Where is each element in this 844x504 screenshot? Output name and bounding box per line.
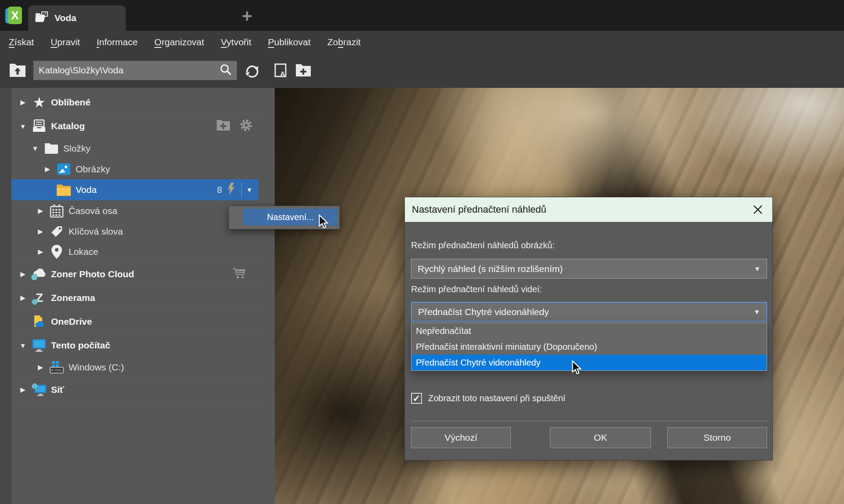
menu-organizovat[interactable]: Organizovat xyxy=(154,37,204,47)
chevron-right-icon[interactable]: ▶ xyxy=(17,294,29,302)
sidebar-item-sit[interactable]: ▶ Síť xyxy=(11,378,258,402)
dialog-title: Nastavení přednačtení náhledů xyxy=(412,204,750,215)
refresh-button[interactable] xyxy=(242,60,263,81)
sort-az-icon: A xyxy=(273,62,289,78)
image-preload-mode-label: Režim přednačtení náhledů obrázků: xyxy=(411,240,555,250)
option-interaktivni-miniatury[interactable]: Přednačíst interaktivní miniatury (Dopor… xyxy=(411,339,767,355)
image-preload-mode-select[interactable]: Rychlý náhled (s nižším rozlišením) ▼ xyxy=(411,259,767,279)
sidebar-edge-strip xyxy=(0,88,11,504)
sidebar-item-slozky[interactable]: ▼ Složky xyxy=(11,138,258,159)
tab-voda[interactable]: Voda xyxy=(28,5,126,31)
folder-up-icon xyxy=(9,63,26,78)
menu-vytvorit[interactable]: Vytvořit xyxy=(221,37,251,47)
chevron-right-icon[interactable]: ▶ xyxy=(34,207,47,215)
menu-zobrazit[interactable]: Zobrazit xyxy=(327,37,361,47)
sidebar-item-onedrive[interactable]: OneDrive xyxy=(11,310,258,334)
svg-text:A: A xyxy=(280,70,285,77)
folder-up-button[interactable] xyxy=(7,60,28,81)
chevron-right-icon[interactable]: ▶ xyxy=(34,363,47,371)
video-preload-mode-label: Režim přednačtení náhledů videí: xyxy=(411,284,542,294)
sidebar-item-obrazky[interactable]: ▶ Obrázky xyxy=(11,159,258,179)
add-folder-icon[interactable] xyxy=(216,120,230,133)
folder-tree: ▶ ★ Oblíbené ▼ Katalog ▼ Složky ▶ xyxy=(11,91,258,402)
chevron-right-icon[interactable]: ▶ xyxy=(34,228,47,236)
gear-icon[interactable] xyxy=(239,118,253,134)
cart-icon[interactable] xyxy=(232,267,247,282)
folder-image-icon xyxy=(35,11,49,25)
sidebar-item-voda[interactable]: Voda 8 ▼ xyxy=(11,179,258,200)
menu-publikovat[interactable]: Publikovat xyxy=(268,37,311,47)
path-input[interactable]: Katalog\Složky\Voda xyxy=(33,61,237,80)
title-bar: X Voda + xyxy=(0,0,844,31)
new-folder-button[interactable] xyxy=(293,60,314,81)
folder-yellow-icon xyxy=(54,184,74,196)
menu-informace[interactable]: Informace xyxy=(97,37,138,47)
zoner-photo-studio-window: { "window": { "tab_title": "Voda", "new_… xyxy=(0,0,844,504)
sort-button[interactable]: A xyxy=(271,60,292,81)
sidebar-item-zoner-photo-cloud[interactable]: ▶ Zoner Photo Cloud xyxy=(11,262,258,286)
network-icon xyxy=(29,383,49,397)
chevron-right-icon[interactable]: ▶ xyxy=(17,270,29,278)
app-logo-icon: X xyxy=(5,7,24,25)
path-value: Katalog\Složky\Voda xyxy=(39,65,219,76)
show-on-startup-row: ✓ Zobrazit toto nastavení při spuštění xyxy=(411,393,565,404)
sidebar-item-lokace[interactable]: ▶ Lokace xyxy=(11,242,258,262)
video-preload-mode-select[interactable]: Přednačíst Chytré videonáhledy ▼ xyxy=(411,302,767,322)
sidebar-item-zonerama[interactable]: ▶ Z Zonerama xyxy=(11,286,258,310)
folder-icon xyxy=(41,143,62,154)
video-preload-options-list: Nepřednačítat Přednačíst interaktivní mi… xyxy=(411,323,767,371)
onedrive-icon xyxy=(29,315,49,329)
ok-button[interactable]: OK xyxy=(550,427,651,448)
computer-icon xyxy=(29,338,49,352)
chevron-down-icon[interactable]: ▼ xyxy=(29,145,41,152)
sidebar-item-oblibene[interactable]: ▶ ★ Oblíbené xyxy=(11,91,258,114)
dialog-separator xyxy=(411,421,767,421)
cloud-globe-icon xyxy=(29,267,49,281)
chevron-down-icon: ▼ xyxy=(753,308,760,315)
zonerama-icon: Z xyxy=(29,290,49,305)
show-on-startup-checkbox[interactable]: ✓ xyxy=(411,393,422,404)
navigation-toolbar: Katalog\Složky\Voda A xyxy=(0,54,844,89)
chevron-right-icon[interactable]: ▶ xyxy=(17,98,29,106)
chevron-right-icon[interactable]: ▶ xyxy=(34,248,47,256)
show-on-startup-label: Zobrazit toto nastavení při spuštění xyxy=(428,393,565,403)
menu-bar: Získat Upravit Informace Organizovat Vyt… xyxy=(0,31,844,54)
default-button[interactable]: Výchozí xyxy=(411,427,511,448)
close-icon[interactable] xyxy=(750,202,765,217)
drive-icon xyxy=(47,361,67,374)
sidebar-item-katalog[interactable]: ▼ Katalog xyxy=(11,114,258,138)
new-folder-icon xyxy=(295,63,312,77)
chevron-right-icon[interactable]: ▶ xyxy=(17,386,29,394)
chevron-down-icon[interactable]: ▼ xyxy=(17,342,29,349)
chevron-down-icon[interactable]: ▼ xyxy=(17,123,29,130)
mouse-cursor xyxy=(318,214,331,231)
mouse-cursor xyxy=(571,360,584,377)
sidebar-item-windows-c[interactable]: ▶ Windows (C:) xyxy=(11,357,258,378)
catalog-icon xyxy=(29,119,49,133)
option-chytre-videonahledy[interactable]: Přednačíst Chytré videonáhledy xyxy=(411,355,767,370)
sidebar-item-klicova-slova[interactable]: ▶ Klíčová slova xyxy=(11,221,258,242)
preload-settings-dialog: Nastavení přednačtení náhledů Režim před… xyxy=(404,197,773,460)
tag-icon xyxy=(47,225,67,239)
sidebar-item-casova-osa[interactable]: ▶ Časová osa xyxy=(11,200,258,221)
menu-ziskat[interactable]: Získat xyxy=(9,37,34,47)
folder-menu-caret[interactable]: ▼ xyxy=(246,186,252,193)
item-count-badge: 8 xyxy=(217,185,222,195)
option-neprednacitat[interactable]: Nepřednačítat xyxy=(411,323,767,339)
chevron-down-icon: ▼ xyxy=(754,265,760,272)
map-pin-icon xyxy=(47,245,67,259)
menu-upravit[interactable]: Upravit xyxy=(51,37,80,47)
chevron-right-icon[interactable]: ▶ xyxy=(41,165,54,173)
cancel-button[interactable]: Storno xyxy=(667,427,767,448)
new-tab-button[interactable]: + xyxy=(237,6,257,25)
catalog-sidebar: ▶ ★ Oblíbené ▼ Katalog ▼ Složky ▶ xyxy=(0,88,275,504)
tab-title: Voda xyxy=(55,13,76,23)
search-icon[interactable] xyxy=(219,63,232,77)
lightning-icon[interactable] xyxy=(226,183,236,197)
calendar-icon xyxy=(47,204,67,218)
star-icon: ★ xyxy=(29,94,49,111)
sidebar-item-tento-pocitac[interactable]: ▼ Tento počítač xyxy=(11,334,258,357)
refresh-icon xyxy=(244,63,260,78)
dialog-title-bar: Nastavení přednačtení náhledů xyxy=(405,197,772,222)
pictures-icon xyxy=(54,163,74,175)
